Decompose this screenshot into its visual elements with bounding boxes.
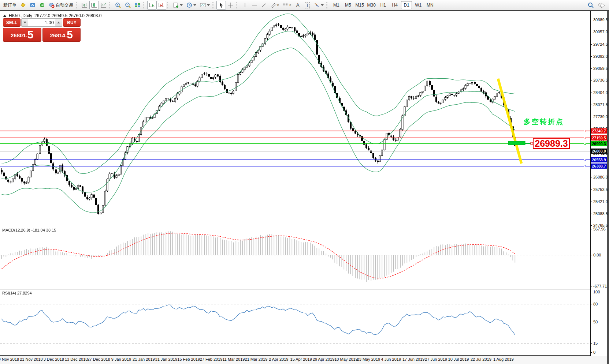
sell-button[interactable]: SELL [3,18,21,27]
vertical-line-button[interactable] [240,1,250,10]
horizontal-level-line[interactable] [0,166,590,166]
candlestick-canvas[interactable] [0,11,590,226]
chevron-down-icon [193,4,196,6]
one-click-collapse-icon[interactable] [3,15,7,17]
cursor-button[interactable] [216,1,226,10]
template-button[interactable] [198,1,212,10]
axis-tick-label: 80 [593,302,598,306]
pane-separator[interactable] [0,288,590,289]
horizontal-level-line[interactable] [0,160,590,160]
new-order-button[interactable]: 新订单 [1,1,18,10]
chevron-down-icon [321,4,324,6]
zoom-out-button[interactable] [123,1,133,10]
price-badge: 26558.9 [591,157,607,162]
horizontal-level-line[interactable] [0,143,590,144]
date-tick-label: 3 Dec 2018 [44,357,64,361]
buy-button[interactable]: BUY [63,18,81,27]
macd-indicator-label: MACD(12,26,9) -181.04 38.15 [2,228,56,232]
timeframe-button-w1[interactable]: W1 [413,1,424,9]
search-icon[interactable] [586,1,596,10]
buy-price[interactable]: 26814. 5 [42,28,81,42]
arrows-tool-button[interactable] [312,1,326,10]
auto-scroll-button[interactable] [147,1,157,10]
rsi-indicator-label: RSI(14) 27.8294 [2,291,32,295]
price-axis[interactable]: 30389.530057.029724.529392.029059.528736… [590,11,607,356]
turning-point-annotation: 多空转折点 [524,117,564,127]
rsi-pane[interactable] [0,289,590,356]
chat-icon[interactable] [596,1,607,10]
date-tick-label: 15 Feb 2019 [177,357,200,361]
macd-pane[interactable] [0,227,590,288]
macd-canvas[interactable] [0,227,590,288]
timeframe-button-h1[interactable]: H1 [378,1,389,9]
timeframe-button-m1[interactable]: M1 [331,1,342,9]
time-axis[interactable]: 9 Nov 201821 Nov 20183 Dec 201813 Dec 20… [0,356,607,364]
axis-tick-mark [591,292,592,292]
axis-tick-label: 29059.5 [593,66,608,71]
equidistant-channel-button[interactable]: E [269,1,281,10]
horizontal-line-button[interactable] [250,1,259,10]
volume-input[interactable] [28,19,55,26]
axis-tick-label: 30389.5 [593,18,608,22]
timeframe-button-d1[interactable]: D1 [401,1,412,9]
toolbar-grip [212,2,215,8]
axis-tick-mark [591,177,592,177]
text-tool-button[interactable]: A [293,1,302,10]
price-callout-label[interactable]: 26989.3 [533,138,570,149]
timeframe-button-m5[interactable]: M5 [342,1,353,9]
line-chart-button[interactable] [99,1,108,10]
timeframe-button-mn[interactable]: MN [424,1,435,9]
volume-decrease-button[interactable] [22,19,28,26]
tile-windows-button[interactable] [133,1,142,10]
date-tick-label: 27 Jun 2019 [425,357,447,361]
horizontal-level-line[interactable] [0,131,590,131]
candlestick-chart-button[interactable] [89,1,99,10]
axis-tick-mark [591,225,592,226]
toolbar-grip [76,2,78,8]
axis-tick-label: 25753.5 [593,187,608,192]
rsi-canvas[interactable] [0,289,590,356]
axis-tick-mark [591,32,592,32]
price-badge: 26999.3 [591,141,607,146]
date-tick-label: 21 Mar 2019 [245,357,268,361]
toolbar-grip [167,2,169,8]
timeframe-button-m30[interactable]: M30 [366,1,377,9]
line-endpoint-handle[interactable] [584,159,586,161]
horizontal-level-line[interactable] [0,138,590,138]
timeframe-switcher: M1M5M15M30H1H4D1W1MN [330,1,436,9]
symbol-period-label: HK50-,Daily [9,13,32,18]
text-label-button[interactable]: T [302,1,312,10]
toolbar-grip [109,2,111,8]
trendline-button[interactable] [259,1,269,10]
chart-shift-button[interactable] [157,1,166,10]
line-endpoint-handle[interactable] [584,130,586,132]
timeframe-button-h4[interactable]: H4 [389,1,400,9]
sell-price[interactable]: 26801. 5 [3,28,41,42]
date-tick-label: 17 Jun 2019 [402,357,425,361]
axis-tick-mark [591,105,592,105]
fibonacci-button[interactable]: F [281,1,293,10]
date-tick-label: 21 Nov 2018 [20,357,42,361]
pane-separator[interactable] [0,226,590,227]
date-tick-label: 15 Apr 2019 [290,357,312,361]
bar-chart-button[interactable] [80,1,89,10]
crosshair-button[interactable] [226,1,235,10]
zoom-in-button[interactable] [113,1,123,10]
axis-tick-label: 30057.0 [593,30,608,34]
signal-icon[interactable] [37,1,47,10]
line-endpoint-handle[interactable] [584,165,586,167]
main-chart-pane[interactable] [0,11,590,226]
auto-trading-button[interactable]: 自动交易 [47,1,75,10]
new-chart-button[interactable] [171,1,185,10]
axis-tick-mark [591,214,592,214]
line-endpoint-handle[interactable] [584,137,586,139]
gem-icon[interactable] [18,1,28,10]
line-endpoint-handle[interactable] [584,143,586,145]
current-price-line [0,151,590,151]
periods-button[interactable] [185,1,198,10]
axis-tick-label: -677.71 [593,284,607,288]
volume-increase-button[interactable] [55,19,62,26]
publish-icon[interactable] [28,1,37,10]
axis-tick-mark [591,189,592,190]
timeframe-button-m15[interactable]: M15 [354,1,365,9]
